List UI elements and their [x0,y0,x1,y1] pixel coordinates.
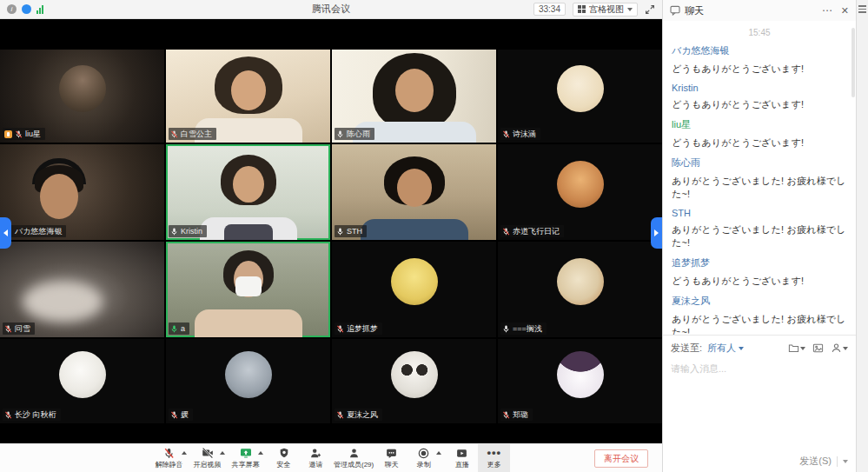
video-tile[interactable]: 郑璐 [498,339,662,423]
image-icon [812,342,824,354]
send-button[interactable]: 发送(S) [799,455,832,468]
participant-name-badge: 白雪公主 [169,128,216,140]
start-video-button[interactable]: 开启视频 [191,444,223,472]
participant-name: a [181,323,185,334]
chat-message-text: ありがとうございました! お疲れ様でした~! [672,313,847,335]
chat-message: Kristin どうもありがとうございます! [672,83,847,111]
participant-name: 夏沫之风 [347,409,378,420]
menu-icon[interactable] [858,5,866,13]
participant-name-badge: 长沙 向秋桁 [3,409,61,421]
mic-muted-icon [336,411,344,419]
mic-muted-icon [502,130,510,138]
chat-sender-name-self: liu星 [672,118,847,131]
share-screen-button[interactable]: 共享屏幕 [229,444,262,472]
avatar [391,351,438,398]
meeting-timer: 33:34 [533,3,566,16]
chevron-up-icon[interactable] [436,451,441,455]
chat-close-icon[interactable]: ✕ [841,5,849,17]
video-tile[interactable]: ===搁浅 [498,242,662,337]
protection-icon[interactable] [22,4,31,14]
video-tile-active-speaker[interactable]: Kristin [166,144,330,240]
live-button[interactable]: 直播 [446,444,478,472]
send-to-dropdown[interactable]: 所有人 [707,342,744,355]
more-button[interactable]: ••• 更多 [478,444,510,472]
participant-name: 长沙 向秋桁 [15,409,56,420]
chat-message-list[interactable]: 15:45 バカ悠悠海银 どうもありがとうございます! Kristin どうもあ… [663,21,856,335]
participant-name-badge: 问雪 [3,322,35,335]
video-tile[interactable]: 追梦抓梦 [332,242,496,337]
mic-muted-icon [170,130,178,138]
unmute-button[interactable]: 解除静音 [153,444,185,472]
chat-button[interactable]: 聊天 [375,444,407,472]
video-tile-active-speaker[interactable]: a [166,242,330,337]
chevron-up-icon[interactable] [258,451,263,455]
next-page-arrow[interactable] [651,217,662,249]
chevron-down-icon [843,347,848,350]
person-icon [831,342,842,354]
file-attach-button[interactable] [788,342,805,354]
participant-name: 白雪公主 [181,129,212,139]
video-tile[interactable]: 诗沫涵 [498,50,662,143]
fullscreen-icon[interactable] [645,4,655,15]
chevron-down-icon [739,347,744,350]
chat-message-text: どうもありがとうございます! [672,136,847,150]
network-signal-icon[interactable] [36,5,43,14]
chat-message-text: ありがとうございました! お疲れ様でした~! [672,175,847,201]
chat-message-text: どうもありがとうございます! [672,98,847,111]
send-to-label: 发送至: [671,342,702,355]
video-tile[interactable]: 陈心雨 [332,50,496,143]
more-icon: ••• [487,448,501,459]
avatar [557,351,604,398]
chat-message-text: ありがとうございました! お疲れ様でした~! [672,223,847,249]
participant-name-badge: 赤道飞行日记 [500,225,564,237]
arrow-left-icon [3,229,8,236]
mic-muted-icon [15,130,23,138]
video-tile[interactable]: STH [332,144,496,240]
chat-more-icon[interactable]: ⋯ [822,7,833,14]
mic-muted-icon [170,411,178,419]
video-tile[interactable]: 白雪公主 [166,50,330,143]
mic-on-icon [336,228,344,236]
chat-message: STH ありがとうございました! お疲れ様でした~! [672,208,847,249]
chevron-up-icon[interactable] [182,451,187,455]
avatar [557,161,604,208]
avatar [59,351,106,398]
meeting-titlebar: i 腾讯会议 33:34 宫格视图 [0,0,662,19]
video-tile[interactable]: 长沙 向秋桁 [0,339,164,423]
video-tile[interactable]: 媛 [166,339,330,423]
mic-muted-icon [163,448,175,459]
previous-page-arrow[interactable] [0,217,11,249]
chat-input[interactable] [671,362,848,455]
participant-name-badge: 媛 [169,409,193,421]
leave-meeting-button[interactable]: 离开会议 [594,449,648,468]
avatar [59,65,106,112]
layout-view-button[interactable]: 宫格视图 [573,3,638,17]
send-to-value: 所有人 [707,342,736,355]
record-button[interactable]: 录制 [407,444,440,472]
chevron-up-icon[interactable] [220,451,225,455]
mic-muted-icon [4,411,12,419]
video-tile[interactable]: 赤道飞行日记 [498,144,662,240]
video-tile[interactable]: 夏沫之风 [332,339,496,423]
participant-name-badge: ===搁浅 [500,322,547,335]
participant-name-badge: STH [335,225,367,237]
participant-name: ===搁浅 [513,323,542,334]
mic-muted-icon [336,325,344,333]
avatar [557,65,604,112]
manage-members-button[interactable]: 管理成员(29) [332,444,375,472]
meeting-info-icon[interactable]: i [7,4,17,14]
chat-sender-name: バカ悠悠海银 [672,44,847,57]
chat-scrollbar[interactable] [851,28,855,97]
security-button[interactable]: 安全 [268,444,300,472]
video-tile[interactable]: 问雪 [0,242,164,337]
participant-name: liu星 [25,129,41,139]
screenshot-button[interactable] [812,342,824,354]
chat-sender-name: 夏沫之风 [672,295,847,308]
video-tile[interactable]: liu星 [0,50,164,143]
invite-button[interactable]: 邀请 [300,444,332,472]
video-tile[interactable]: バカ悠悠海银 [0,144,164,240]
send-options-icon[interactable] [843,460,848,463]
mention-member-button[interactable] [831,342,848,354]
participant-name-badge: liu星 [3,128,45,140]
chat-message: 夏沫之风 ありがとうございました! お疲れ様でした~! [672,295,847,335]
